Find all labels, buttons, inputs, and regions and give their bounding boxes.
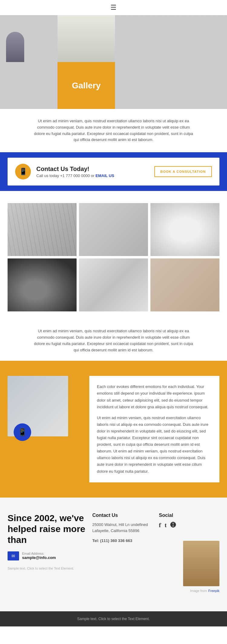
contact-inner: 📱 Contact Us Today! Call us today +1 777…	[8, 158, 219, 186]
email-icon: ✉	[12, 554, 15, 558]
social-col-title: Social	[159, 513, 219, 518]
freepik-link[interactable]: Freepik	[208, 589, 219, 593]
contact-left: 📱 Contact Us Today! Call us today +1 777…	[15, 164, 114, 179]
bottom-bar-text: Sample text. Click to select the Text El…	[77, 617, 150, 621]
person-preview-image	[183, 541, 219, 586]
yellow-phone-icon: 📱	[18, 428, 27, 436]
contact-email-link[interactable]: EMAIL US	[96, 173, 114, 178]
contact-phone-circle: 📱	[15, 164, 31, 179]
gallery-section: Gallery	[0, 15, 227, 109]
gallery-grid: Gallery	[0, 15, 227, 109]
gallery-photo-3	[115, 15, 227, 109]
twitter-icon[interactable]: 𝐭	[165, 522, 167, 529]
arch-photo-1	[8, 203, 77, 256]
image-from-text: Image from	[190, 589, 207, 593]
gallery-photo-4	[0, 62, 58, 109]
arch-photo-6	[150, 258, 219, 311]
footer-heading: Since 2002, we've helped raise more than	[8, 513, 86, 545]
arch-gallery	[0, 191, 227, 320]
contact-title: Contact Us Today!	[36, 166, 114, 172]
social-icons: 𝐟 𝐭 🅘	[159, 522, 219, 529]
email-info: Email Address: sample@info.com	[22, 552, 56, 560]
instagram-icon[interactable]: 🅘	[170, 522, 176, 529]
footer-sample-text-1: Sample text. Click to select the Text El…	[8, 567, 86, 570]
menu-icon[interactable]: ☰	[110, 4, 117, 12]
gallery-label: Gallery	[58, 62, 115, 109]
email-label: Email Address:	[22, 552, 56, 555]
contact-phone: Tel: (111) 360 336 663	[92, 538, 153, 544]
yellow-section: 📱 Each color evokes different emotions f…	[0, 361, 227, 497]
arch-text-content: Ut enim ad minim veniam, quis nostrud ex…	[33, 328, 194, 353]
yellow-para-2: Ut enim ad minim veniam, quis nostrud ex…	[97, 415, 212, 475]
body-text-1-content: Ut enim ad minim veniam, quis nostrud ex…	[33, 118, 194, 143]
footer-section: Since 2002, we've helped raise more than…	[0, 498, 227, 611]
yellow-phone-circle: 📱	[14, 423, 31, 441]
arch-grid	[8, 203, 219, 311]
arch-photo-2	[79, 203, 148, 256]
footer-columns: Since 2002, we've helped raise more than…	[8, 513, 219, 593]
image-caption: Image from Freepik	[159, 588, 219, 593]
contact-banner: 📱 Contact Us Today! Call us today +1 777…	[0, 152, 227, 191]
contact-col-title: Contact Us	[92, 513, 153, 518]
contact-address: 25000 Walnut, Hill Ln undefined Lafayett…	[92, 522, 153, 534]
arch-photo-4	[8, 258, 77, 311]
gallery-label-text: Gallery	[72, 81, 101, 90]
header: ☰	[0, 0, 227, 15]
arch-photo-3	[150, 203, 219, 256]
bottom-bar: Sample text. Click to select the Text El…	[0, 611, 227, 626]
body-text-1: Ut enim ad minim veniam, quis nostrud ex…	[0, 109, 227, 152]
arch-text: Ut enim ad minim veniam, quis nostrud ex…	[0, 320, 227, 361]
email-value: sample@info.com	[22, 555, 56, 560]
arch-photo-5	[79, 258, 148, 311]
footer-col-social: Social 𝐟 𝐭 🅘 Image from Freepik	[159, 513, 219, 593]
gallery-photo-1	[0, 15, 58, 62]
footer-col-about: Since 2002, we've helped raise more than…	[8, 513, 86, 593]
facebook-icon[interactable]: 𝐟	[159, 522, 161, 529]
contact-subtitle: Call us today +1 777 000 0000 or EMAIL U…	[36, 173, 114, 178]
yellow-right: Each color evokes different emotions for…	[89, 376, 219, 482]
contact-text: Contact Us Today! Call us today +1 777 0…	[36, 166, 114, 178]
gallery-photo-2	[58, 15, 115, 62]
book-consultation-button[interactable]: BOOK A CONSULTATION	[154, 166, 212, 177]
footer-col-contact: Contact Us 25000 Walnut, Hill Ln undefin…	[92, 513, 153, 593]
contact-phone-icon: 📱	[19, 168, 27, 176]
yellow-left: 📱	[8, 376, 80, 436]
yellow-para-1: Each color evokes different emotions for…	[97, 383, 212, 410]
email-icon-box: ✉	[8, 551, 19, 560]
footer-email-row: ✉ Email Address: sample@info.com	[8, 551, 86, 560]
